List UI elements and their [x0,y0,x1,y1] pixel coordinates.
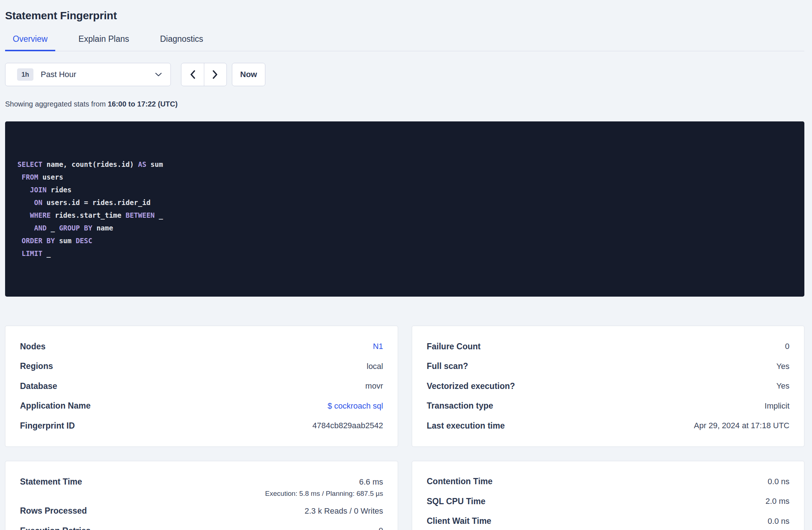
info-label: Rows Processed [20,506,87,516]
info-label: Transaction type [427,401,493,411]
info-label: Full scan? [427,361,468,371]
info-value: Yes [776,362,789,371]
info-row-application-name: Application Name $ cockroach sql [20,396,383,416]
statement-time-breakdown: Execution: 5.8 ms / Planning: 687.5 µs [265,490,383,498]
info-row-client-wait-time: Client Wait Time 0.0 ns [427,511,789,530]
info-label: Client Wait Time [427,516,491,526]
info-value: 0.0 ns [768,517,789,526]
info-label: Failure Count [427,342,481,352]
info-row-last-execution-time: Last execution time Apr 29, 2024 at 17:1… [427,416,789,436]
info-value: 2.3 k Reads / 0 Writes [305,506,383,516]
previous-interval-button[interactable] [181,63,204,86]
info-value: 0.0 ns [768,477,789,486]
info-value: 2.0 ms [765,497,789,506]
chevron-right-icon [213,70,218,79]
caption-prefix: Showing aggregated stats from [5,100,108,108]
info-label: Fingerprint ID [20,421,75,431]
statement-fingerprint-page: Statement Fingerprint Overview Explain P… [0,0,812,530]
time-range-dropdown[interactable]: 1h Past Hour [5,63,171,86]
now-button[interactable]: Now [232,63,265,86]
info-row-nodes: Nodes N1 [20,337,383,357]
info-value: 4784cb829aab2542 [312,421,383,430]
info-value: 0 [785,342,789,351]
info-row-sql-cpu-time: SQL CPU Time 2.0 ms [427,491,789,511]
info-label: Statement Time [20,477,82,487]
aggregated-stats-caption: Showing aggregated stats from 16:00 to 1… [5,100,804,108]
tab-overview[interactable]: Overview [5,34,55,51]
detail-cards: Nodes N1 Regions local Database movr App… [5,326,804,530]
info-label: Nodes [20,342,45,352]
chevron-down-icon [155,73,162,77]
page-title: Statement Fingerprint [5,9,804,22]
info-label: SQL CPU Time [427,497,485,506]
statement-time-value: 6.6 ms Execution: 5.8 ms / Planning: 687… [265,477,383,498]
tab-diagnostics[interactable]: Diagnostics [152,34,211,51]
info-row-fingerprint-id: Fingerprint ID 4784cb829aab2542 [20,416,383,436]
info-value: Yes [776,381,789,391]
info-label: Vectorized execution? [427,381,515,391]
info-label: Execution Retries [20,526,91,530]
overview-card-right: Failure Count 0 Full scan? Yes Vectorize… [412,326,804,447]
time-range-label: Past Hour [41,70,76,79]
info-label: Application Name [20,401,91,411]
info-value: 0 [379,526,383,530]
info-row-full-scan: Full scan? Yes [427,357,789,377]
overview-card-left: Nodes N1 Regions local Database movr App… [5,326,398,447]
chevron-left-icon [190,70,195,79]
time-controls: 1h Past Hour Now [5,63,804,86]
info-row-database: Database movr [20,376,383,396]
sql-statement-block: SELECT name, count(rides.id) AS sum FROM… [5,121,804,297]
caption-time-range: 16:00 to 17:22 (UTC) [108,100,177,108]
info-value: local [367,362,383,371]
info-row-execution-retries: Execution Retries 0 [20,521,383,530]
info-row-rows-processed: Rows Processed 2.3 k Reads / 0 Writes [20,501,383,521]
next-interval-button[interactable] [204,63,227,86]
nodes-link[interactable]: N1 [373,342,383,351]
info-row-failure-count: Failure Count 0 [427,337,789,357]
tab-bar: Overview Explain Plans Diagnostics [5,34,804,51]
info-value: movr [365,381,383,391]
tab-explain-plans[interactable]: Explain Plans [71,34,137,51]
timing-card-right: Contention Time 0.0 ns SQL CPU Time 2.0 … [412,461,804,530]
info-row-transaction-type: Transaction type Implicit [427,396,789,416]
info-row-contention-time: Contention Time 0.0 ns [427,472,789,492]
info-label: Contention Time [427,477,493,486]
application-name-link[interactable]: $ cockroach sql [327,401,383,411]
timing-card-left: Statement Time 6.6 ms Execution: 5.8 ms … [5,461,398,530]
time-step-buttons [181,63,227,86]
info-value: Apr 29, 2024 at 17:18 UTC [694,421,789,430]
info-row-statement-time: Statement Time 6.6 ms Execution: 5.8 ms … [20,472,383,501]
info-label: Database [20,381,57,391]
info-row-vectorized: Vectorized execution? Yes [427,376,789,396]
info-value: 6.6 ms [359,477,383,486]
sql-code: SELECT name, count(rides.id) AS sum FROM… [17,158,792,260]
info-label: Last execution time [427,421,505,431]
info-row-regions: Regions local [20,357,383,377]
info-label: Regions [20,361,53,371]
info-value: Implicit [765,401,789,411]
interval-badge: 1h [17,68,33,81]
